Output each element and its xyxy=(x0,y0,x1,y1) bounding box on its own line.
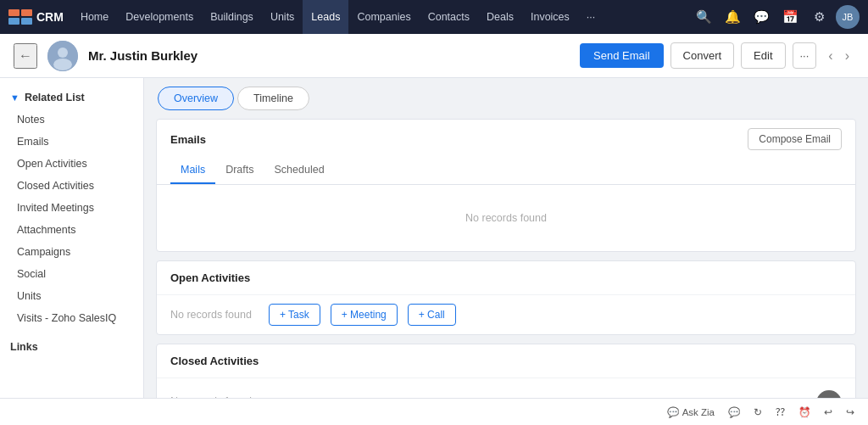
sidebar-item-open-activities[interactable]: Open Activities xyxy=(0,153,143,175)
nav-developments[interactable]: Developments xyxy=(117,0,202,34)
ask-zia-label: Ask Zia xyxy=(682,407,715,417)
chat-icon[interactable]: 💬 xyxy=(749,5,773,29)
tab-overview[interactable]: Overview xyxy=(158,87,234,110)
page-header: ← Mr. Justin Burkley Send Email Convert … xyxy=(0,34,868,78)
svg-point-5 xyxy=(58,48,68,58)
compose-email-button[interactable]: Compose Email xyxy=(748,128,842,150)
nav-home[interactable]: Home xyxy=(72,0,117,34)
more-options-button[interactable]: ··· xyxy=(793,42,817,69)
search-icon[interactable]: 🔍 xyxy=(692,5,715,29)
related-list-label: Related List xyxy=(25,92,85,103)
app-name: CRM xyxy=(36,10,64,24)
main-layout: ▼ Related List Notes Emails Open Activit… xyxy=(0,78,868,425)
bottom-icon-5[interactable]: ↩ xyxy=(824,406,832,418)
tab-timeline[interactable]: Timeline xyxy=(237,87,309,110)
add-call-button[interactable]: + Call xyxy=(408,304,456,326)
svg-rect-2 xyxy=(8,18,19,25)
email-tab-scheduled[interactable]: Scheduled xyxy=(264,157,335,184)
bottom-icon-6[interactable]: ↪ xyxy=(846,406,854,418)
back-button[interactable]: ← xyxy=(14,43,37,69)
email-tab-mails[interactable]: Mails xyxy=(170,157,215,184)
zia-icon: 💬 xyxy=(667,406,679,418)
open-activities-body: No records found + Task + Meeting + Call xyxy=(157,295,855,334)
add-task-button[interactable]: + Task xyxy=(269,304,320,326)
bottom-bar: 💬 Ask Zia 💬 ↻ ⁇ ⏰ ↩ ↪ xyxy=(0,398,868,425)
sidebar-item-campaigns[interactable]: Campaigns xyxy=(0,241,143,263)
sidebar-item-invited-meetings[interactable]: Invited Meetings xyxy=(0,197,143,219)
record-navigation: ‹ › xyxy=(823,45,854,67)
emails-no-records: No records found xyxy=(170,195,842,241)
nav-leads[interactable]: Leads xyxy=(303,0,348,34)
related-list-toggle[interactable]: ▼ Related List xyxy=(0,85,143,109)
next-record-button[interactable]: › xyxy=(840,45,854,67)
open-activities-no-records: No records found xyxy=(170,309,252,321)
send-email-button[interactable]: Send Email xyxy=(580,43,663,68)
bell-icon[interactable]: 🔔 xyxy=(721,5,744,29)
nav-contacts[interactable]: Contacts xyxy=(420,0,478,34)
sidebar-arrow-icon: ▼ xyxy=(10,92,19,103)
sidebar-item-closed-activities[interactable]: Closed Activities xyxy=(0,175,143,197)
app-logo[interactable]: CRM xyxy=(8,9,64,25)
nav-buildings[interactable]: Buildings xyxy=(202,0,262,34)
header-actions: Send Email Convert Edit ··· ‹ › xyxy=(580,42,854,69)
bottom-forward-icon: ↪ xyxy=(846,406,854,418)
emails-section: Emails Compose Email Mails Drafts Schedu… xyxy=(156,119,856,252)
nav-menu: Home Developments Buildings Units Leads … xyxy=(72,0,692,34)
svg-rect-3 xyxy=(21,18,32,25)
sidebar-item-notes[interactable]: Notes xyxy=(0,109,143,131)
bottom-refresh-icon: ↻ xyxy=(754,406,762,418)
svg-point-6 xyxy=(53,59,72,70)
calendar-icon[interactable]: 📅 xyxy=(778,5,802,29)
sidebar-item-visits[interactable]: Visits - Zoho SalesIQ xyxy=(0,307,143,329)
svg-rect-1 xyxy=(21,9,32,16)
bottom-icon-3[interactable]: ⁇ xyxy=(776,406,785,418)
nav-deals[interactable]: Deals xyxy=(478,0,522,34)
nav-invoices[interactable]: Invoices xyxy=(522,0,578,34)
user-avatar[interactable]: JB xyxy=(836,5,860,29)
add-meeting-button[interactable]: + Meeting xyxy=(331,304,398,326)
bottom-icon-1[interactable]: 💬 xyxy=(728,406,740,418)
emails-title: Emails xyxy=(170,133,206,146)
bottom-back-icon: ↩ xyxy=(824,406,832,418)
bottom-clock-icon: ⏰ xyxy=(798,406,810,418)
nav-units[interactable]: Units xyxy=(262,0,303,34)
content-tabs: Overview Timeline xyxy=(144,78,868,110)
topnav-right-icons: 🔍 🔔 💬 📅 ⚙ JB xyxy=(692,5,860,29)
closed-activities-title: Closed Activities xyxy=(170,355,259,367)
bottom-icon-2[interactable]: ↻ xyxy=(754,406,762,418)
nav-companies[interactable]: Companies xyxy=(348,0,419,34)
open-activities-section: Open Activities No records found + Task … xyxy=(156,260,856,335)
links-section-label: Links xyxy=(0,329,143,358)
edit-button[interactable]: Edit xyxy=(741,42,785,69)
top-navigation: CRM Home Developments Buildings Units Le… xyxy=(0,0,868,34)
nav-more[interactable]: ··· xyxy=(578,0,604,34)
contact-name: Mr. Justin Burkley xyxy=(88,48,570,63)
svg-rect-0 xyxy=(8,9,19,16)
convert-button[interactable]: Convert xyxy=(670,42,735,69)
emails-body: No records found xyxy=(157,185,855,251)
sidebar-item-units[interactable]: Units xyxy=(0,285,143,307)
ask-zia-button[interactable]: 💬 Ask Zia xyxy=(667,406,715,418)
open-activities-title: Open Activities xyxy=(170,271,250,284)
sidebar-item-social[interactable]: Social xyxy=(0,263,143,285)
bottom-icon-4[interactable]: ⏰ xyxy=(798,406,810,418)
sidebar-item-attachments[interactable]: Attachments xyxy=(0,219,143,241)
sidebar-item-emails[interactable]: Emails xyxy=(0,131,143,153)
settings-icon[interactable]: ⚙ xyxy=(807,5,831,29)
bottom-chat-icon: 💬 xyxy=(728,406,740,418)
email-tabs: Mails Drafts Scheduled xyxy=(157,157,855,185)
prev-record-button[interactable]: ‹ xyxy=(823,45,837,67)
open-activities-header: Open Activities xyxy=(157,261,855,295)
closed-activities-header: Closed Activities xyxy=(157,344,855,378)
contact-avatar xyxy=(47,41,78,71)
left-sidebar: ▼ Related List Notes Emails Open Activit… xyxy=(0,78,144,425)
bottom-grid-icon: ⁇ xyxy=(776,406,785,418)
emails-header: Emails Compose Email xyxy=(157,120,855,150)
content-area: Overview Timeline Emails Compose Email M… xyxy=(144,78,868,425)
email-tab-drafts[interactable]: Drafts xyxy=(215,157,264,184)
